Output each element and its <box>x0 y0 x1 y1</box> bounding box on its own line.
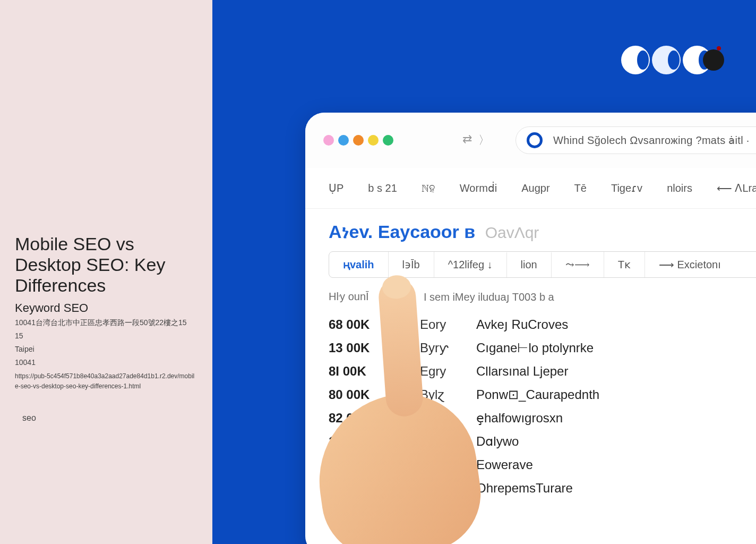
row-t: Eowerave <box>476 457 533 472</box>
row-t: Cllarsınal Ljeper <box>476 364 568 379</box>
logo-berry-icon <box>703 49 724 71</box>
arrow-icon: → <box>391 343 401 354</box>
row-k: 68 00K <box>329 317 387 332</box>
arrow-icon: → <box>391 366 401 377</box>
row-m: Bury <box>420 411 457 426</box>
row-k: 32 00K <box>329 457 387 472</box>
tab-1[interactable]: b s 21 <box>368 182 397 194</box>
meta-address: 10041台湾台北市中正區忠孝西路一段50號22樓之15 <box>15 317 197 328</box>
filter-3[interactable]: lion <box>507 252 552 277</box>
tab-7[interactable]: nloirs <box>667 182 692 194</box>
cast-icon[interactable]: ⇄ <box>462 132 472 148</box>
headline-main: Aነev. Eaycaoor в <box>329 222 475 243</box>
row-t: Cıgane⊢lo ptolynrke <box>476 341 594 355</box>
filter-2[interactable]: ^12lifeg ↓ <box>434 252 507 277</box>
row-k: 13 00K <box>329 341 387 355</box>
traffic-lights <box>323 135 393 146</box>
arrow-icon: → <box>391 483 401 494</box>
row-k: 8I 00K <box>329 364 387 379</box>
browser-top-bar: ⇄ 〉 Whind Sğolech Ωvsanroжing ?mats ȧitl… <box>305 113 756 168</box>
arrow-icon: → <box>391 389 401 401</box>
tab-2[interactable]: ℕହ <box>422 182 435 194</box>
table-row[interactable]: 8I 00K→EgryCllarsınal Ljeper <box>329 360 756 383</box>
table-row[interactable]: 32 00K→BoryEowerave <box>329 453 756 477</box>
filter-0[interactable]: ңvalih <box>329 252 389 277</box>
table-row[interactable]: S0 00K→NılᴠOhrepemsTurare <box>329 477 756 500</box>
address-text: Whind Sğolech Ωvsanroжing ?mats ȧitl · <box>553 134 750 147</box>
tab-8[interactable]: ⟵ ɅLral ⎕ <box>717 182 756 194</box>
dot-green-icon <box>383 135 393 146</box>
row-k: 82 00K <box>329 411 387 426</box>
seo-tag: seo <box>15 413 197 423</box>
row-m: Byrƴ <box>420 341 457 355</box>
row-t: OhrepemsTurare <box>476 481 573 496</box>
subhead-0: Hŀy ounĪ <box>329 291 369 303</box>
meta-city: Taipei <box>15 344 197 355</box>
table-row[interactable]: 17 004→RılɀDɑlywo <box>329 430 756 453</box>
table-row[interactable]: 8Ƚ 00K→ <box>329 500 756 523</box>
filter-4[interactable]: ⤳⟶ <box>552 252 604 277</box>
row-m: Rılɀ <box>420 434 457 449</box>
row-m: Eory <box>420 317 457 332</box>
filter-5[interactable]: Tᴋ <box>604 252 645 277</box>
meta-url: https://pub-5c454f571b8e40a3a2aad27ade84… <box>15 371 197 392</box>
dot-pink-icon <box>323 135 334 146</box>
row-k: 8Ƚ 00K <box>329 504 387 519</box>
table-row[interactable]: 82 00K→Buryȩhalfowıgrosxn <box>329 406 756 430</box>
page-subtitle: Keyword SEO <box>15 301 197 315</box>
meta-zip: 10041 <box>15 357 197 368</box>
subhead-row: Hŀy ounĪ Roro I sem iMey iluduaȷ T003 b … <box>329 291 756 303</box>
row-t: Dɑlywo <box>476 434 519 449</box>
row-k: 17 004 <box>329 434 387 449</box>
table-row[interactable]: 80 00K→BylɀPonw⊡_Caurapednth <box>329 383 756 406</box>
row-t: Ponw⊡_Caurapednth <box>476 387 599 402</box>
dot-yellow-icon <box>368 135 379 146</box>
filter-bar: ңvalih l϶Īb ^12lifeg ↓ lion ⤳⟶ Tᴋ ⟶ Exci… <box>329 251 756 278</box>
subhead-2: I sem iMey iluduaȷ T003 b a <box>424 291 554 303</box>
filter-1[interactable]: l϶Īb <box>389 252 434 277</box>
dot-orange-icon <box>353 135 364 146</box>
arrow-icon: → <box>391 460 401 471</box>
page-title: Mobile SEO vs Desktop SEO: Key Differenc… <box>15 234 197 296</box>
row-k: S0 00K <box>329 481 387 496</box>
subhead-1: Roro <box>385 291 408 303</box>
address-bar[interactable]: Whind Sğolech Ωvsanroжing ?mats ȧitl · <box>516 126 756 154</box>
logo-bubble-2 <box>652 46 681 74</box>
tab-row: ỤP b s 21 ℕହ Wormḋi Augpr Tē Tigeɾv nloi… <box>305 168 756 209</box>
hero-panel: ⇄ 〉 Whind Sğolech Ωvsanroжing ?mats ȧitl… <box>212 0 756 544</box>
row-t: Avkeȷ RuCroves <box>476 317 568 332</box>
table-row[interactable]: 68 00K→EoryAvkeȷ RuCroves <box>329 313 756 336</box>
row-m: Bylɀ <box>420 387 457 402</box>
content-area: Aነev. Eaycaoor в OavΛqr ңvalih l϶Īb ^12l… <box>305 209 756 544</box>
arrow-icon: → <box>391 436 401 447</box>
nav-icons: ⇄ 〉 <box>462 132 490 148</box>
arrow-icon: → <box>391 413 401 424</box>
dot-blue-icon <box>338 135 349 146</box>
row-k: 80 00K <box>329 387 387 402</box>
table-row[interactable]: 13 00K→ByrƴCıgane⊢lo ptolynrke <box>329 336 756 360</box>
arrow-icon: → <box>391 319 401 330</box>
tab-4[interactable]: Augpr <box>521 182 549 194</box>
row-m: Nılᴠ <box>420 481 457 496</box>
tab-5[interactable]: Tē <box>574 182 587 194</box>
row-m: Bory <box>420 457 457 472</box>
filter-6[interactable]: ⟶ Excietonı <box>645 252 735 277</box>
logo-row <box>621 46 724 74</box>
chevron-right-icon[interactable]: 〉 <box>478 132 490 148</box>
left-panel: Mobile SEO vs Desktop SEO: Key Differenc… <box>0 0 212 544</box>
row-m: Egry <box>420 364 457 379</box>
tab-6[interactable]: Tigeɾv <box>611 182 642 194</box>
meta-line-2: 15 <box>15 330 197 342</box>
loading-ring-icon <box>527 132 543 148</box>
headline-sub: OavΛqr <box>485 224 539 241</box>
logo-bubble-1 <box>621 46 650 74</box>
browser-window: ⇄ 〉 Whind Sğolech Ωvsanroжing ?mats ȧitl… <box>305 113 756 544</box>
row-t: ȩhalfowıgrosxn <box>476 411 563 426</box>
tab-0[interactable]: ỤP <box>329 182 343 194</box>
arrow-icon: → <box>391 506 401 517</box>
results-table: 68 00K→EoryAvkeȷ RuCroves 13 00K→ByrƴCıg… <box>329 313 756 523</box>
tab-3[interactable]: Wormḋi <box>460 182 497 194</box>
